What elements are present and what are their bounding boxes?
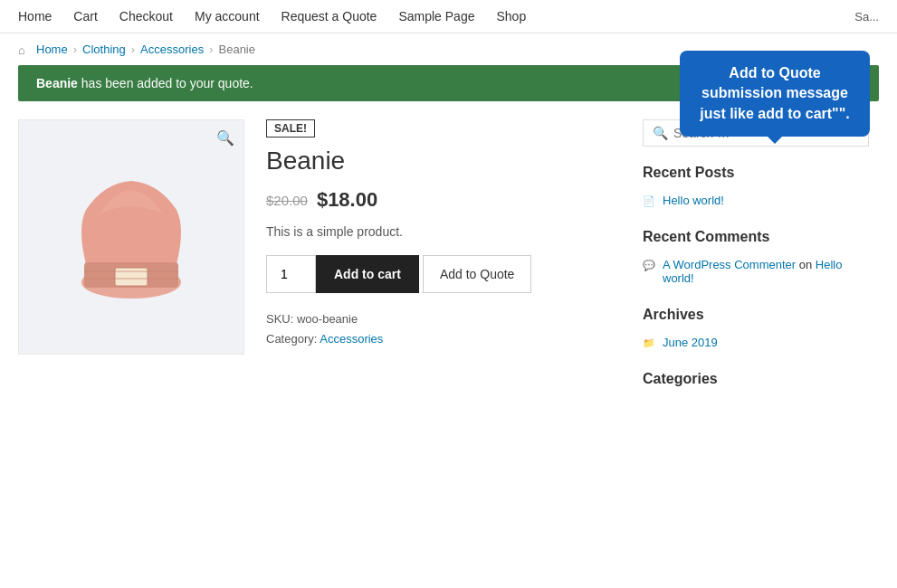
sale-badge: SALE! — [266, 119, 315, 138]
notification-rest: has been added to your quote. — [78, 76, 253, 90]
breadcrumb-sep-2: › — [131, 43, 135, 56]
notification-product-name: Beanie — [36, 76, 78, 90]
breadcrumb-sep-3: › — [209, 43, 213, 56]
product-description: This is a simple product. — [266, 224, 615, 239]
sku-label: SKU: — [266, 312, 297, 326]
product-area: 🔍 — [18, 119, 615, 409]
post-icon: 📄 — [643, 195, 655, 207]
archives-list: 📁 June 2019 — [643, 336, 869, 349]
sidebar-archives: Archives 📁 June 2019 — [643, 307, 869, 349]
product-image-box: 🔍 — [18, 119, 244, 355]
add-to-cart-button[interactable]: Add to cart — [316, 255, 419, 293]
tooltip-bubble: Add to Quote submission message just lik… — [680, 51, 870, 137]
archives-title: Archives — [643, 307, 869, 323]
categories-title: Categories — [643, 371, 869, 387]
nav-home[interactable]: Home — [18, 9, 52, 24]
nav-request-quote[interactable]: Request a Quote — [282, 9, 377, 24]
category-label: Category: — [266, 332, 320, 346]
search-icon: 🔍 — [653, 126, 668, 140]
add-to-cart-row: Add to cart Add to Quote — [266, 255, 615, 293]
sidebar: 🔍 Recent Posts 📄 Hello world! Recent Com… — [615, 119, 869, 409]
new-price: $18.00 — [317, 188, 377, 212]
product-title: Beanie — [266, 147, 615, 175]
price-row: $20.00 $18.00 — [266, 188, 615, 212]
list-item: 📁 June 2019 — [643, 336, 869, 349]
product-image — [68, 165, 195, 309]
breadcrumb-accessories[interactable]: Accessories — [140, 43, 204, 56]
nav-shop[interactable]: Shop — [496, 9, 526, 24]
nav-checkout[interactable]: Checkout — [119, 9, 173, 24]
breadcrumb-home[interactable]: Home — [36, 43, 68, 56]
category-row: Category: Accessories — [266, 329, 615, 349]
product-meta: SKU: woo-beanie Category: Accessories — [266, 309, 615, 349]
zoom-icon[interactable]: 🔍 — [216, 129, 234, 147]
comment-author[interactable]: A WordPress Commenter — [663, 258, 796, 271]
comment-connector: on — [799, 258, 816, 271]
nav-right-text: Sa... — [854, 10, 879, 24]
old-price: $20.00 — [266, 193, 308, 208]
add-to-quote-button[interactable]: Add to Quote — [423, 255, 532, 293]
home-icon: ⌂ — [18, 43, 31, 56]
product-details: SALE! Beanie $20.00 $18.00 This is a sim… — [266, 119, 615, 355]
sidebar-categories: Categories — [643, 371, 869, 387]
comment-icon: 💬 — [643, 260, 655, 271]
archive-icon: 📁 — [643, 337, 655, 349]
notification-message: Beanie has been added to your quote. — [36, 76, 253, 90]
product-section: 🔍 — [18, 119, 615, 355]
quantity-input[interactable] — [266, 255, 316, 293]
comment-entry: A WordPress Commenter on Hello world! — [663, 258, 869, 285]
sidebar-recent-posts: Recent Posts 📄 Hello world! — [643, 165, 869, 207]
sku-value: woo-beanie — [297, 312, 358, 326]
nav-sample-page[interactable]: Sample Page — [398, 9, 474, 24]
category-link[interactable]: Accessories — [320, 332, 383, 346]
main-layout: 🔍 — [0, 119, 897, 409]
recent-post-link[interactable]: Hello world! — [663, 194, 724, 207]
recent-comments-title: Recent Comments — [643, 229, 869, 245]
archive-link[interactable]: June 2019 — [663, 336, 718, 349]
tooltip-text: Add to Quote submission message just lik… — [700, 65, 849, 121]
nav-cart[interactable]: Cart — [73, 9, 97, 24]
recent-posts-list: 📄 Hello world! — [643, 194, 869, 207]
breadcrumb-current: Beanie — [219, 43, 255, 56]
breadcrumb-sep-1: › — [73, 43, 77, 56]
sku-row: SKU: woo-beanie — [266, 309, 615, 329]
recent-posts-title: Recent Posts — [643, 165, 869, 181]
sidebar-recent-comments: Recent Comments 💬 A WordPress Commenter … — [643, 229, 869, 285]
list-item: 📄 Hello world! — [643, 194, 869, 207]
list-item: 💬 A WordPress Commenter on Hello world! — [643, 258, 869, 285]
top-navigation: Home Cart Checkout My account Request a … — [0, 0, 897, 33]
nav-my-account[interactable]: My account — [195, 9, 260, 24]
recent-comments-list: 💬 A WordPress Commenter on Hello world! — [643, 258, 869, 285]
breadcrumb-clothing[interactable]: Clothing — [82, 43, 126, 56]
svg-rect-2 — [115, 268, 148, 286]
